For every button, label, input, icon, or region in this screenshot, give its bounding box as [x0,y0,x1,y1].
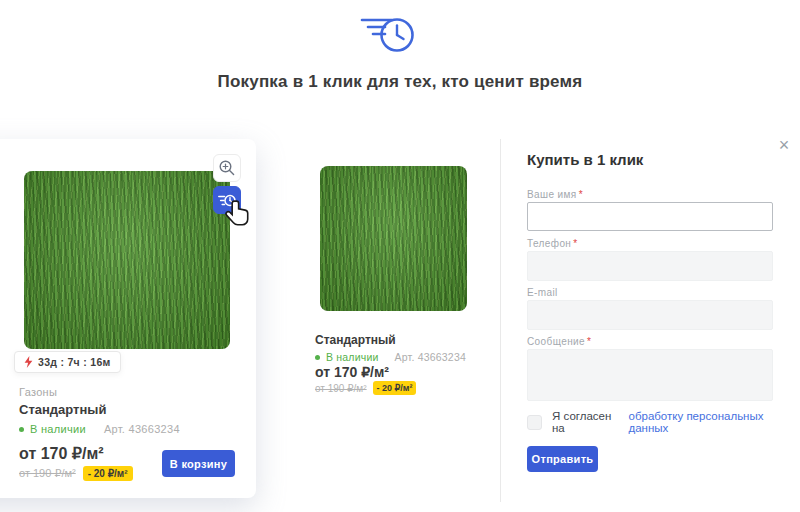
product-name[interactable]: Стандартный [19,402,106,417]
add-to-cart-button[interactable]: В корзину [162,450,235,477]
old-price: от 190 ₽/м² [19,467,76,480]
hand-cursor-icon [224,199,250,229]
product-category[interactable]: Газоны [19,386,57,398]
product-price: от 170 ₽/м² [315,364,389,380]
sku-label: Арт. 43663234 [104,423,180,435]
close-icon[interactable]: × [773,134,795,156]
label-text: Сообщение [527,336,585,347]
name-field-label: Ваше имя* [527,189,583,200]
label-text: E-mail [527,287,558,298]
label-text: Ваше имя [527,189,577,200]
zoom-button[interactable] [213,154,241,182]
submit-button[interactable]: Отправить [527,446,598,472]
stock-dot-icon [19,427,24,432]
discount-badge: - 20 ₽/м² [373,381,417,395]
sale-timer-badge: 33д : 7ч : 16м [14,351,121,373]
consent-row: Я согласен на обработку персональных дан… [527,410,800,434]
personal-data-link[interactable]: обработку персональных данных [629,410,800,434]
stock-label: В наличии [326,351,379,363]
page-title: Покупка в 1 клик для тех, кто ценит врем… [0,72,800,92]
old-price-row: от 190 ₽/м² - 20 ₽/м² [19,466,133,481]
sku-label: Арт. 43663234 [395,351,466,363]
stock-row: В наличии Арт. 43663234 [19,423,180,435]
message-field-label: Сообщение* [527,336,591,347]
lightning-icon [24,356,33,368]
message-field[interactable] [527,349,773,401]
timer-text: 33д : 7ч : 16м [38,356,111,368]
old-price: от 190 ₽/м² [315,383,367,394]
magnifier-plus-icon [218,159,236,177]
product-card-featured[interactable]: 33д : 7ч : 16м Газоны Стандартный В нали… [0,139,256,498]
product-name[interactable]: Стандартный [315,333,396,347]
required-mark: * [579,189,583,200]
quick-buy-section: Покупка в 1 клик для тех, кто ценит врем… [0,0,800,512]
phone-field-label: Телефон* [527,238,578,249]
stock-row: В наличии Арт. 43663234 [315,351,466,363]
product-image-grass-small[interactable] [320,166,467,311]
product-price: от 170 ₽/м² [19,444,104,463]
required-mark: * [587,336,591,347]
name-field[interactable] [527,202,773,231]
email-field[interactable] [527,300,773,330]
old-price-row: от 190 ₽/м² - 20 ₽/м² [315,381,416,395]
email-field-label: E-mail [527,287,558,298]
label-text: Телефон [527,238,571,249]
consent-text: Я согласен на [552,410,625,434]
product-image-grass[interactable] [24,171,230,349]
speed-clock-icon [356,8,422,58]
form-title: Купить в 1 клик [527,151,643,168]
phone-field[interactable] [527,251,773,281]
stock-dot-icon [315,355,320,360]
required-mark: * [573,238,577,249]
discount-badge: - 20 ₽/м² [83,466,133,481]
stock-label: В наличии [30,423,86,435]
panel-divider [500,139,501,502]
consent-checkbox[interactable] [527,415,542,430]
